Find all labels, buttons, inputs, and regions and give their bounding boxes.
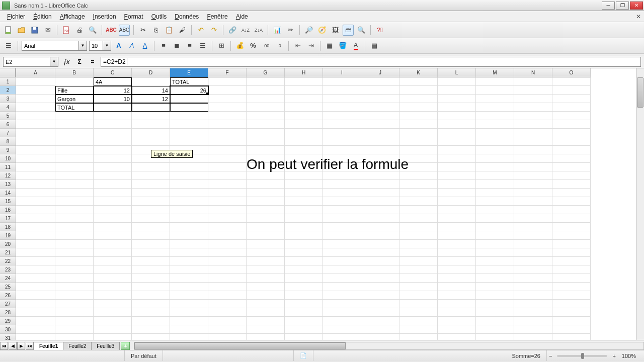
cell-N19[interactable] [514, 231, 552, 240]
cell-A28[interactable] [16, 308, 55, 317]
cell-O12[interactable] [552, 171, 591, 180]
cell-A14[interactable] [16, 189, 55, 197]
cell-L24[interactable] [438, 274, 476, 283]
column-header-D[interactable]: D [132, 68, 170, 77]
cell-D3[interactable]: 12 [132, 95, 170, 103]
cell-B22[interactable] [55, 257, 94, 265]
cell-I28[interactable] [323, 308, 361, 317]
currency-button[interactable]: 💰 [234, 40, 246, 51]
cell-J26[interactable] [361, 291, 399, 300]
cell-J21[interactable] [361, 248, 399, 257]
cell-K12[interactable] [399, 171, 438, 180]
cell-D21[interactable] [132, 248, 170, 257]
cell-F10[interactable] [208, 154, 247, 163]
cell-G27[interactable] [247, 300, 285, 308]
cell-J28[interactable] [361, 308, 399, 317]
cell-D26[interactable] [132, 291, 170, 300]
cell-C30[interactable] [94, 325, 132, 334]
cell-L23[interactable] [438, 265, 476, 274]
cell-B7[interactable] [55, 129, 94, 137]
cell-F29[interactable] [208, 317, 247, 325]
cell-H28[interactable] [285, 308, 323, 317]
cell-F14[interactable] [208, 189, 247, 197]
sheet-tab-feuille3[interactable]: Feuille3 [91, 342, 120, 350]
row-header-13[interactable]: 13 [0, 180, 16, 189]
column-header-E[interactable]: E [170, 68, 208, 77]
cell-E30[interactable] [170, 325, 208, 334]
cell-C25[interactable] [94, 283, 132, 291]
cell-B8[interactable] [55, 137, 94, 146]
cell-A29[interactable] [16, 317, 55, 325]
tab-next-button[interactable]: ▶ [17, 342, 25, 350]
cell-F8[interactable] [208, 137, 247, 146]
cell-H14[interactable] [285, 189, 323, 197]
row-header-9[interactable]: 9 [0, 146, 16, 154]
copy-button[interactable]: ⎘ [150, 25, 162, 36]
cell-G18[interactable] [247, 223, 285, 231]
cell-M8[interactable] [476, 137, 514, 146]
cell-M26[interactable] [476, 291, 514, 300]
cell-D24[interactable] [132, 274, 170, 283]
cell-J7[interactable] [361, 129, 399, 137]
cell-L22[interactable] [438, 257, 476, 265]
cell-L6[interactable] [438, 120, 476, 129]
cell-D12[interactable] [132, 171, 170, 180]
cell-J24[interactable] [361, 274, 399, 283]
cell-L14[interactable] [438, 189, 476, 197]
cell-N18[interactable] [514, 223, 552, 231]
cell-G15[interactable] [247, 197, 285, 206]
cell-I23[interactable] [323, 265, 361, 274]
cell-G2[interactable] [247, 86, 285, 95]
cell-F9[interactable] [208, 146, 247, 154]
cell-B29[interactable] [55, 317, 94, 325]
column-header-F[interactable]: F [208, 68, 247, 77]
cell-K31[interactable] [399, 334, 438, 340]
row-header-5[interactable]: 5 [0, 112, 16, 120]
cell-C14[interactable] [94, 189, 132, 197]
name-box[interactable]: E2 ▼ [3, 57, 58, 67]
cell-J2[interactable] [361, 86, 399, 95]
cell-K1[interactable] [399, 77, 438, 86]
status-sum[interactable]: Somme=26 [506, 350, 547, 361]
cell-O31[interactable] [552, 334, 591, 340]
cell-H23[interactable] [285, 265, 323, 274]
cell-E6[interactable] [170, 120, 208, 129]
menu-format[interactable]: Format [120, 12, 147, 21]
cell-B9[interactable] [55, 146, 94, 154]
tab-first-button[interactable]: ⏮ [0, 342, 8, 350]
row-header-18[interactable]: 18 [0, 223, 16, 231]
cell-K21[interactable] [399, 248, 438, 257]
cell-B17[interactable] [55, 214, 94, 223]
cell-M2[interactable] [476, 86, 514, 95]
cell-I27[interactable] [323, 300, 361, 308]
cell-G22[interactable] [247, 257, 285, 265]
cell-L25[interactable] [438, 283, 476, 291]
cell-O18[interactable] [552, 223, 591, 231]
help-button[interactable]: ?⃝ [374, 25, 385, 36]
cell-J22[interactable] [361, 257, 399, 265]
cell-B30[interactable] [55, 325, 94, 334]
cell-I24[interactable] [323, 274, 361, 283]
column-header-N[interactable]: N [514, 68, 552, 77]
window-maximize-button[interactable]: ❐ [616, 2, 629, 10]
cell-A31[interactable] [16, 334, 55, 340]
cell-K9[interactable] [399, 146, 438, 154]
cell-L10[interactable] [438, 154, 476, 163]
add-sheet-button[interactable]: + [121, 342, 130, 350]
cell-D7[interactable] [132, 129, 170, 137]
cell-I16[interactable] [323, 206, 361, 214]
cell-L16[interactable] [438, 206, 476, 214]
cell-E20[interactable] [170, 240, 208, 248]
row-header-1[interactable]: 1 [0, 77, 16, 86]
cell-I18[interactable] [323, 223, 361, 231]
cell-K27[interactable] [399, 300, 438, 308]
zoom-out-button[interactable]: − [547, 353, 554, 359]
cell-H4[interactable] [285, 103, 323, 112]
cell-N31[interactable] [514, 334, 552, 340]
cell-G13[interactable] [247, 180, 285, 189]
cell-J15[interactable] [361, 197, 399, 206]
row-header-19[interactable]: 19 [0, 231, 16, 240]
cell-N17[interactable] [514, 214, 552, 223]
cell-I3[interactable] [323, 95, 361, 103]
grid[interactable]: ABCDEFGHIJKLMNO 4ATOTALFille121426Garçon… [16, 68, 644, 340]
